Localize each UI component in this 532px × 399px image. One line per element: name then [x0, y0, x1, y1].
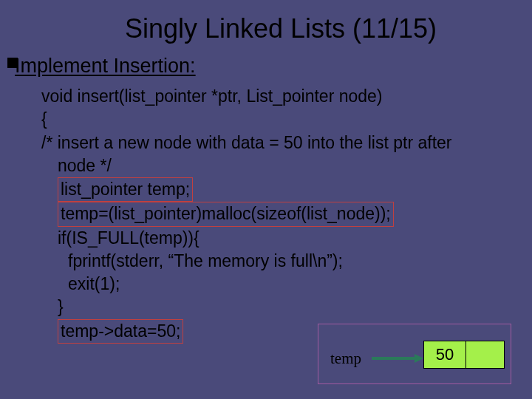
code-line: node */ — [41, 154, 522, 177]
code-line: if(IS_FULL(temp)){ — [41, 227, 522, 250]
code-line: exit(1); — [41, 273, 522, 296]
arrow-icon — [372, 357, 416, 360]
code-line: { — [41, 108, 522, 131]
highlighted-line: temp=(list_pointer)malloc(sizeof(list_no… — [58, 202, 394, 226]
code-line: void insert(list_pointer *ptr, List_poin… — [41, 85, 522, 108]
highlighted-line: list_pointer temp; — [58, 177, 193, 202]
temp-label: temp — [330, 349, 361, 368]
highlighted-line: temp->data=50; — [58, 319, 183, 344]
code-block: void insert(list_pointer *ptr, List_poin… — [41, 85, 522, 344]
subheading: Implement Insertion: — [15, 55, 522, 78]
slide-title: Singly Linked Lists (11/15) — [40, 13, 522, 44]
bullet-icon — [7, 58, 18, 68]
node-box: 50 — [423, 341, 505, 369]
node-next-cell — [466, 341, 505, 369]
node-data-cell: 50 — [423, 341, 466, 369]
code-line: } — [41, 296, 522, 318]
code-line: /* insert a new node with data = 50 into… — [41, 132, 522, 154]
node-diagram: temp 50 — [318, 324, 511, 384]
code-line: fprintf(stderr, “The memory is full\n”); — [41, 250, 522, 273]
